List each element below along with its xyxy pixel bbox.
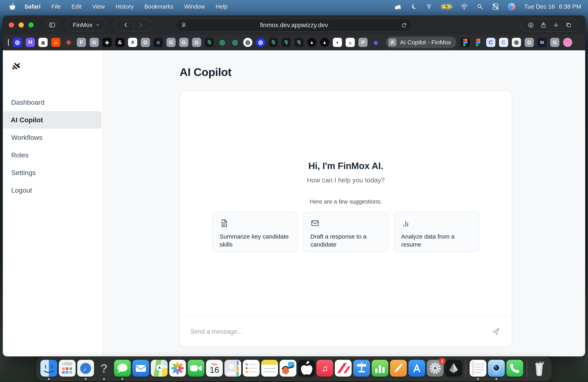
favorite-vercel-2[interactable]: ▲ xyxy=(320,38,329,47)
dock-notes[interactable] xyxy=(261,360,278,377)
reload-icon[interactable] xyxy=(401,22,407,28)
dock-reminders[interactable] xyxy=(243,360,260,377)
favorite-bolt-app-3[interactable]: ↯ xyxy=(282,38,291,47)
favorite-figma-dark[interactable] xyxy=(461,38,470,47)
favorite-swirl-green-2[interactable]: ⊛ xyxy=(231,38,240,47)
dock-textedit[interactable] xyxy=(470,360,486,377)
favorite-openai-white[interactable]: ⊛ xyxy=(243,38,252,47)
sidebar-item-workflows[interactable]: Workflows xyxy=(3,129,103,146)
menu-window[interactable]: Window xyxy=(184,3,205,10)
dock-app-store[interactable] xyxy=(408,360,425,377)
dock-mail[interactable] xyxy=(132,360,149,377)
sidebar-item-settings[interactable]: Settings xyxy=(3,164,103,181)
dock-missing-app[interactable]: ? xyxy=(96,360,112,377)
dock-maps[interactable] xyxy=(151,360,168,377)
hotspot-icon[interactable] xyxy=(426,3,432,10)
battery-icon[interactable]: ϟ xyxy=(441,4,452,9)
dock-pages[interactable] xyxy=(390,360,407,377)
sidebar-item-roles[interactable]: Roles xyxy=(3,146,103,164)
favorite-dribbble[interactable]: ◠ xyxy=(563,38,572,47)
wifi-icon[interactable] xyxy=(461,3,468,10)
dock-messages[interactable] xyxy=(114,360,131,377)
back-button[interactable] xyxy=(123,22,129,28)
sidebar-toggle-button[interactable] xyxy=(46,19,58,31)
favorite-diamond-app[interactable]: ◈ xyxy=(102,38,112,47)
favorite-p-app[interactable]: P xyxy=(358,38,368,47)
dock-keynote[interactable] xyxy=(353,360,370,377)
favorite-vercel-1[interactable]: ▲ xyxy=(307,38,316,47)
favorite-bolt-app-4[interactable]: ↯ xyxy=(294,38,304,47)
favorite-ampersand-app[interactable]: & xyxy=(115,38,125,47)
control-center-icon[interactable] xyxy=(492,3,499,10)
menu-bar-clock[interactable]: Tue Dec 16 8:38 PM xyxy=(524,3,581,10)
menu-file[interactable]: File xyxy=(51,3,61,10)
favorite-bolt-app-2[interactable]: ↯ xyxy=(269,38,278,47)
favorite-g-app-2[interactable]: G xyxy=(141,38,150,47)
tab-overview-icon[interactable] xyxy=(565,22,572,29)
dock-news[interactable] xyxy=(335,360,352,377)
dock-facetime[interactable] xyxy=(188,360,204,377)
favorite-st-app[interactable]: St xyxy=(537,38,546,47)
menu-safari[interactable]: Safari xyxy=(24,3,41,10)
favorite-hubspot[interactable]: ⊕ xyxy=(64,38,73,47)
favorite-bolt-app-1[interactable]: ↯ xyxy=(205,38,214,47)
favorite-amazon[interactable]: a xyxy=(38,38,48,47)
dock-safari[interactable] xyxy=(77,360,94,377)
minimize-window-button[interactable] xyxy=(19,22,24,28)
menu-view[interactable]: View xyxy=(92,3,105,10)
zoom-window-button[interactable] xyxy=(28,22,34,28)
dock-freeform[interactable] xyxy=(280,360,296,377)
message-input[interactable] xyxy=(190,328,490,335)
favorite-sailboat-app[interactable]: ▵ xyxy=(346,38,355,47)
new-tab-icon[interactable] xyxy=(553,22,559,29)
favorite-equalizer-app[interactable]: ı|ı xyxy=(154,38,163,47)
tab-group-button[interactable]: FinMox xyxy=(66,19,106,31)
menu-edit[interactable]: Edit xyxy=(71,3,81,10)
dock-trash[interactable] xyxy=(531,360,547,377)
dock-photos[interactable] xyxy=(169,360,186,377)
suggestion-card-3[interactable]: Analyze data from a resume xyxy=(394,212,479,252)
menu-history[interactable]: History xyxy=(116,3,134,10)
favorite-f-app[interactable]: F xyxy=(77,38,86,47)
dock-music[interactable]: ♫ xyxy=(316,360,333,377)
apple-menu-icon[interactable] xyxy=(9,3,16,11)
favorite-g-app-1[interactable]: G xyxy=(90,38,99,47)
favorite-g-app-3[interactable]: G xyxy=(167,38,176,47)
favorite-fin-app[interactable]: ◗ xyxy=(333,38,342,47)
dock-calendar[interactable]: Tue16 xyxy=(206,360,223,377)
dock-phone[interactable] xyxy=(506,360,523,377)
favorite-g-app-6[interactable]: G xyxy=(525,38,534,47)
dock-system-settings[interactable]: 1 xyxy=(427,360,444,377)
address-bar[interactable]: finmox.dev.appwizzy.dev xyxy=(175,19,413,32)
dock-prism-app[interactable] xyxy=(445,360,462,377)
favorite-openai-blue[interactable]: ⊛ xyxy=(256,38,265,47)
suggestion-card-2[interactable]: Draft a response to a candidate xyxy=(303,212,388,252)
favorite-g-app-7[interactable]: G xyxy=(550,38,559,47)
active-tab[interactable]: A AI Copilot - FinMox xyxy=(386,37,456,48)
siri-icon[interactable] xyxy=(508,3,515,10)
sidebar-item-ai-copilot[interactable]: AI Copilot xyxy=(3,111,102,129)
suggestion-card-1[interactable]: Summarize key candidate skills xyxy=(212,212,298,252)
focus-moon-icon[interactable] xyxy=(410,3,417,10)
favorite-g-app-5[interactable]: G xyxy=(192,38,201,47)
favorite-claude-c-2[interactable]: C xyxy=(499,38,508,47)
favorite-g-app-4[interactable]: G xyxy=(179,38,189,47)
menu-help[interactable]: Help xyxy=(216,3,228,10)
close-window-button[interactable] xyxy=(9,22,14,28)
downloads-icon[interactable] xyxy=(527,22,534,29)
dock-contacts[interactable] xyxy=(224,360,241,377)
spotlight-icon[interactable] xyxy=(477,3,483,10)
favorite-pause-app[interactable]: II xyxy=(128,38,137,47)
dock-apple-tv[interactable]: tv xyxy=(298,360,315,377)
favorite-reddit[interactable]: ☺ xyxy=(51,38,60,47)
favorite-h-app[interactable]: H xyxy=(26,38,35,47)
favorite-pen-app[interactable]: ◆ xyxy=(371,38,380,47)
favorite-claude-c-1[interactable]: C xyxy=(486,38,495,47)
favorite-swirl-green-1[interactable]: ⊛ xyxy=(218,38,227,47)
reader-icon[interactable] xyxy=(181,22,187,28)
dock-numbers[interactable] xyxy=(372,360,388,377)
status-app-icon[interactable] xyxy=(394,3,402,10)
dock-finder[interactable] xyxy=(41,360,57,377)
send-button[interactable] xyxy=(490,326,501,338)
favorite-figma[interactable] xyxy=(473,38,483,47)
